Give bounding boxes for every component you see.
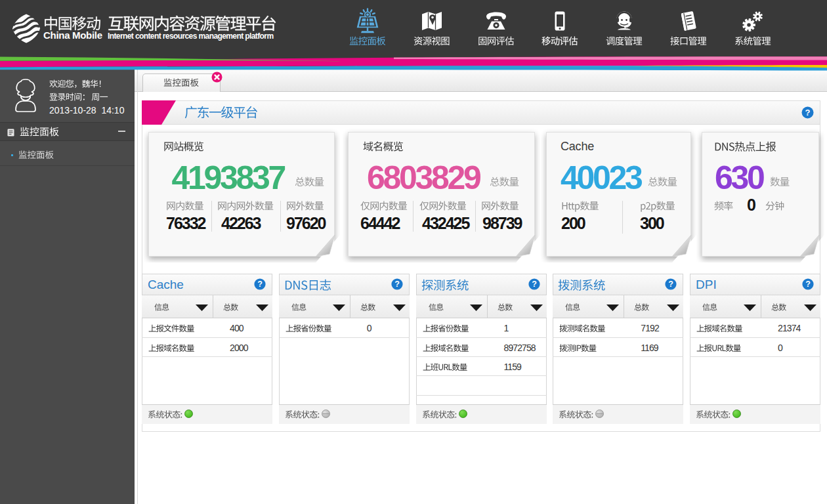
svg-text:?: ?: [257, 280, 263, 289]
svg-text:?: ?: [805, 280, 811, 289]
svg-text:?: ?: [532, 280, 537, 289]
svg-text:?: ?: [668, 280, 673, 289]
svg-text:?: ?: [805, 108, 811, 117]
svg-text:?: ?: [394, 280, 400, 289]
